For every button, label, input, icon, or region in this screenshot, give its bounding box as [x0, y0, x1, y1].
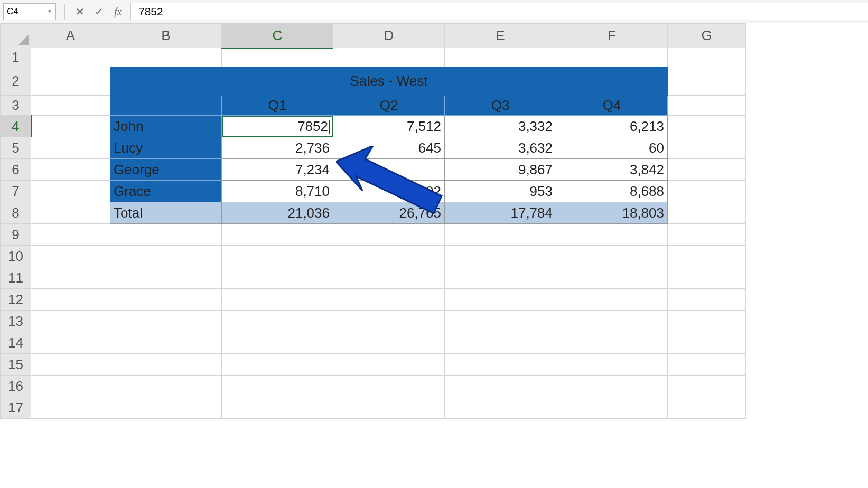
cell-D7[interactable]: 9,102 — [333, 181, 445, 202]
row-header-15[interactable]: 15 — [1, 354, 31, 376]
cell-A3[interactable] — [31, 96, 110, 116]
col-header-G[interactable]: G — [668, 24, 746, 48]
cell-E7[interactable]: 953 — [445, 181, 556, 202]
cell-F1[interactable] — [556, 48, 668, 67]
header-q3[interactable]: Q3 — [445, 96, 556, 116]
cell-E16[interactable] — [445, 376, 556, 397]
cell-A6[interactable] — [31, 159, 110, 181]
total-q4[interactable]: 18,803 — [556, 202, 668, 224]
cell-E4[interactable]: 3,332 — [445, 116, 556, 137]
cell-B17[interactable] — [110, 397, 222, 419]
total-q3[interactable]: 17,784 — [445, 202, 556, 224]
cell-D13[interactable] — [333, 311, 445, 332]
cell-F7[interactable]: 8,688 — [556, 181, 668, 202]
header-q4[interactable]: Q4 — [556, 96, 668, 116]
col-header-E[interactable]: E — [445, 24, 556, 48]
total-q1[interactable]: 21,036 — [222, 202, 333, 224]
cell-C15[interactable] — [222, 354, 333, 376]
cell-B16[interactable] — [110, 376, 222, 397]
cell-F5[interactable]: 60 — [556, 137, 668, 159]
cell-G1[interactable] — [668, 48, 746, 67]
cell-G2[interactable] — [668, 67, 746, 96]
cell-E6[interactable]: 9,867 — [445, 159, 556, 181]
cell-A9[interactable] — [31, 224, 110, 246]
cell-F11[interactable] — [556, 267, 668, 289]
cell-D1[interactable] — [333, 48, 445, 67]
cell-F13[interactable] — [556, 311, 668, 332]
row-header-6[interactable]: 6 — [1, 159, 31, 181]
col-header-B[interactable]: B — [110, 24, 222, 48]
cell-A16[interactable] — [31, 376, 110, 397]
row-header-14[interactable]: 14 — [1, 332, 31, 354]
row-header-17[interactable]: 17 — [1, 397, 31, 419]
cell-D17[interactable] — [333, 397, 445, 419]
cell-G3[interactable] — [668, 96, 746, 116]
cell-B11[interactable] — [110, 267, 222, 289]
select-all-corner[interactable] — [1, 24, 31, 48]
cell-E11[interactable] — [445, 267, 556, 289]
cell-A17[interactable] — [31, 397, 110, 419]
cell-F9[interactable] — [556, 224, 668, 246]
row-header-12[interactable]: 12 — [1, 289, 31, 311]
cell-G9[interactable] — [668, 224, 746, 246]
header-q2[interactable]: Q2 — [333, 96, 445, 116]
cell-C12[interactable] — [222, 289, 333, 311]
col-header-D[interactable]: D — [333, 24, 445, 48]
cell-C9[interactable] — [222, 224, 333, 246]
cell-E14[interactable] — [445, 332, 556, 354]
cell-G11[interactable] — [668, 267, 746, 289]
cancel-icon[interactable]: ✕ — [70, 3, 89, 20]
row-header-9[interactable]: 9 — [1, 224, 31, 246]
total-q2[interactable]: 26,765 — [333, 202, 445, 224]
name-john[interactable]: John — [110, 116, 222, 137]
cell-E1[interactable] — [445, 48, 556, 67]
cell-B12[interactable] — [110, 289, 222, 311]
cell-A14[interactable] — [31, 332, 110, 354]
cell-E10[interactable] — [445, 246, 556, 267]
cell-D14[interactable] — [333, 332, 445, 354]
enter-icon[interactable]: ✓ — [89, 3, 108, 20]
cell-A4[interactable] — [31, 116, 110, 137]
row-header-3[interactable]: 3 — [1, 96, 31, 116]
cell-A10[interactable] — [31, 246, 110, 267]
cell-F6[interactable]: 3,842 — [556, 159, 668, 181]
cell-A8[interactable] — [31, 202, 110, 224]
cell-C10[interactable] — [222, 246, 333, 267]
name-box-dropdown-icon[interactable]: ▼ — [47, 8, 52, 14]
cell-F4[interactable]: 6,213 — [556, 116, 668, 137]
cell-B9[interactable] — [110, 224, 222, 246]
cell-G14[interactable] — [668, 332, 746, 354]
cell-D4[interactable]: 7,512 — [333, 116, 445, 137]
cell-A13[interactable] — [31, 311, 110, 332]
formula-input[interactable]: 7852 — [130, 3, 868, 20]
cell-B13[interactable] — [110, 311, 222, 332]
row-header-8[interactable]: 8 — [1, 202, 31, 224]
cell-D15[interactable] — [333, 354, 445, 376]
cell-G8[interactable] — [668, 202, 746, 224]
cell-G4[interactable] — [668, 116, 746, 137]
row-header-2[interactable]: 2 — [1, 67, 31, 96]
cell-D6[interactable] — [333, 159, 445, 181]
insert-function-icon[interactable]: fx — [108, 6, 127, 17]
cell-G12[interactable] — [668, 289, 746, 311]
cell-A15[interactable] — [31, 354, 110, 376]
cell-F15[interactable] — [556, 354, 668, 376]
header-q1[interactable]: Q1 — [222, 96, 333, 116]
cell-C13[interactable] — [222, 311, 333, 332]
cell-C4[interactable]: 7852 — [222, 116, 333, 137]
cell-G15[interactable] — [668, 354, 746, 376]
col-header-F[interactable]: F — [556, 24, 668, 48]
cell-C11[interactable] — [222, 267, 333, 289]
cell-F10[interactable] — [556, 246, 668, 267]
row-header-4[interactable]: 4 — [1, 116, 31, 137]
cell-C17[interactable] — [222, 397, 333, 419]
cell-C14[interactable] — [222, 332, 333, 354]
name-george[interactable]: George — [110, 159, 222, 181]
cell-B10[interactable] — [110, 246, 222, 267]
cell-D5[interactable]: 645 — [333, 137, 445, 159]
row-header-10[interactable]: 10 — [1, 246, 31, 267]
cell-D11[interactable] — [333, 267, 445, 289]
row-header-7[interactable]: 7 — [1, 181, 31, 202]
row-header-11[interactable]: 11 — [1, 267, 31, 289]
name-box[interactable]: C4 ▼ — [3, 3, 56, 20]
